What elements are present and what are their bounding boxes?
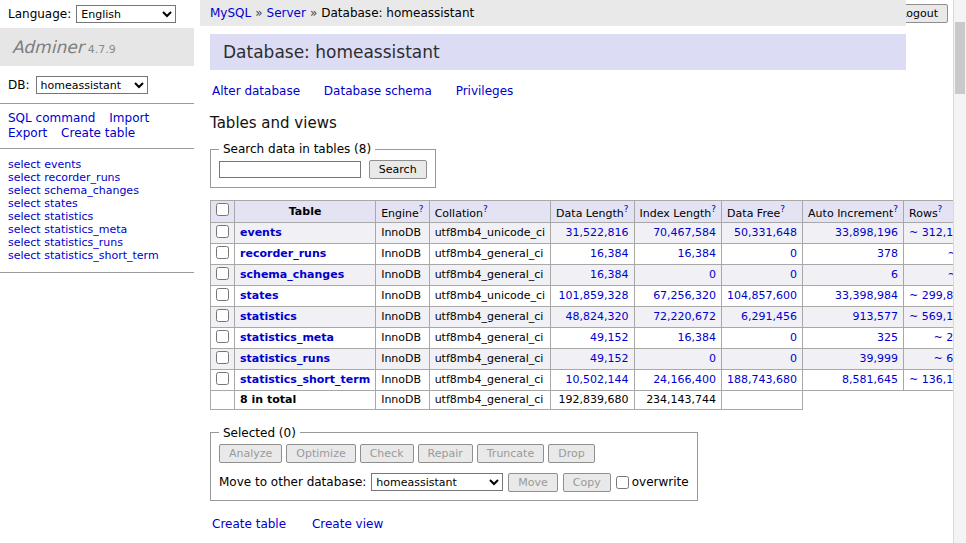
row-checkbox-cell	[211, 348, 235, 369]
drop-button[interactable]: Drop	[548, 444, 594, 463]
column-help-link[interactable]: ?	[780, 204, 785, 214]
repair-button[interactable]: Repair	[418, 444, 473, 463]
table-name-link[interactable]: statistics	[240, 310, 297, 323]
search-fieldset: Search data in tables (8) Search	[210, 142, 436, 188]
engine-cell: InnoDB	[376, 327, 429, 348]
breadcrumb-current: Database: homeassistant	[321, 6, 474, 20]
sidebar-item-select-states[interactable]: select states	[8, 197, 186, 210]
privileges-link[interactable]: Privileges	[456, 84, 514, 98]
collation-cell: utf8mb4_general_ci	[429, 243, 550, 264]
table-name-cell: statistics_short_term	[235, 369, 376, 390]
column-help-link[interactable]: ?	[711, 204, 716, 214]
create-view-link[interactable]: Create view	[312, 517, 383, 531]
auto-increment-cell: 6	[803, 264, 904, 285]
sidebar-item-select-statistics-meta[interactable]: select statistics_meta	[8, 223, 186, 236]
table-header-row: Table Engine? Collation? Data Length? In…	[211, 201, 966, 223]
move-button[interactable]: Move	[508, 473, 558, 492]
collation-cell: utf8mb4_general_ci	[429, 327, 550, 348]
row-checkbox-cell	[211, 306, 235, 327]
breadcrumb-mysql-link[interactable]: MySQL	[210, 6, 251, 20]
move-database-select[interactable]: homeassistant	[371, 473, 503, 491]
row-checkbox[interactable]	[216, 351, 229, 364]
table-name-link[interactable]: statistics_meta	[240, 331, 334, 344]
create-links: Create table Create view	[212, 517, 904, 531]
column-help-link[interactable]: ?	[938, 204, 943, 214]
analyze-button[interactable]: Analyze	[219, 444, 282, 463]
language-label: Language:	[8, 7, 71, 21]
sidebar-item-select-statistics-short-term[interactable]: select statistics_short_term	[8, 249, 186, 262]
row-checkbox[interactable]	[216, 225, 229, 238]
sidebar-link-export[interactable]: Export	[8, 126, 47, 140]
optimize-button[interactable]: Optimize	[286, 444, 355, 463]
truncate-button[interactable]: Truncate	[477, 444, 544, 463]
column-help-link[interactable]: ?	[624, 204, 629, 214]
table-name-cell: statistics	[235, 306, 376, 327]
total-label-cell: 8 in total	[235, 390, 376, 409]
overwrite-checkbox[interactable]	[616, 476, 629, 489]
sidebar-actions: SQL command Import Export Create table	[0, 104, 194, 148]
sidebar-item-select-events[interactable]: select events	[8, 158, 186, 171]
sidebar-item-select-recorder-runs[interactable]: select recorder_runs	[8, 171, 186, 184]
total-collation-cell: utf8mb4_general_ci	[429, 390, 550, 409]
data-free-cell: 0	[722, 348, 803, 369]
row-checkbox[interactable]	[216, 288, 229, 301]
column-help-link[interactable]: ?	[419, 204, 424, 214]
sidebar-link-sql-command[interactable]: SQL command	[8, 111, 95, 125]
overwrite-option: overwrite	[616, 475, 689, 489]
app-version: 4.7.9	[88, 43, 116, 56]
index-length-cell: 67,256,320	[634, 285, 722, 306]
table-name-cell: events	[235, 222, 376, 243]
language-select[interactable]: English	[76, 5, 176, 23]
move-database-label: Move to other database:	[219, 475, 366, 489]
auto-increment-cell: 33,898,196	[803, 222, 904, 243]
search-legend: Search data in tables (8)	[219, 142, 375, 156]
row-checkbox[interactable]	[216, 372, 229, 385]
table-name-link[interactable]: statistics_runs	[240, 352, 330, 365]
sidebar-item-select-statistics-runs[interactable]: select statistics_runs	[8, 236, 186, 249]
sidebar-link-import[interactable]: Import	[109, 111, 149, 125]
data-length-cell: 49,152	[551, 327, 634, 348]
app-name: Adminer	[12, 37, 84, 57]
scrollbar-thumb[interactable]	[955, 22, 965, 94]
row-checkbox[interactable]	[216, 246, 229, 259]
sidebar-item-select-statistics[interactable]: select statistics	[8, 210, 186, 223]
main-content: MySQL»Server»Database: homeassistant Dat…	[200, 0, 906, 543]
auto-increment-cell: 33,398,984	[803, 285, 904, 306]
collation-cell: utf8mb4_general_ci	[429, 306, 550, 327]
language-bar: Language: English	[8, 5, 176, 23]
table-name-link[interactable]: recorder_runs	[240, 247, 326, 260]
table-name-link[interactable]: states	[240, 289, 279, 302]
table-row: statistics InnoDB utf8mb4_general_ci 48,…	[211, 306, 966, 327]
row-checkbox[interactable]	[216, 330, 229, 343]
sidebar: Adminer4.7.9 DB: homeassistant SQL comma…	[0, 28, 194, 543]
table-name-link[interactable]: schema_changes	[240, 268, 344, 281]
column-help-link[interactable]: ?	[893, 204, 898, 214]
table-row: states InnoDB utf8mb4_unicode_ci 101,859…	[211, 285, 966, 306]
select-all-checkbox[interactable]	[216, 203, 229, 216]
copy-button[interactable]: Copy	[563, 473, 611, 492]
table-name-cell: statistics_meta	[235, 327, 376, 348]
selected-fieldset: Selected (0) Analyze Optimize Check Repa…	[210, 426, 698, 501]
total-index-length-cell: 234,143,744	[634, 390, 722, 409]
row-checkbox[interactable]	[216, 309, 229, 322]
db-select[interactable]: homeassistant	[36, 76, 148, 94]
alter-database-link[interactable]: Alter database	[212, 84, 300, 98]
create-table-link[interactable]: Create table	[212, 517, 286, 531]
vertical-scrollbar[interactable]	[953, 0, 966, 543]
row-checkbox[interactable]	[216, 267, 229, 280]
app-title: Adminer4.7.9	[0, 28, 194, 66]
sidebar-item-select-schema-changes[interactable]: select schema_changes	[8, 184, 186, 197]
database-schema-link[interactable]: Database schema	[324, 84, 432, 98]
check-button[interactable]: Check	[360, 444, 414, 463]
table-name-link[interactable]: statistics_short_term	[240, 373, 370, 386]
sidebar-link-create-table[interactable]: Create table	[61, 126, 135, 140]
row-checkbox-cell	[211, 285, 235, 306]
search-input[interactable]	[219, 161, 361, 178]
engine-cell: InnoDB	[376, 264, 429, 285]
table-name-link[interactable]: events	[240, 226, 282, 239]
col-header-index-length: Index Length?	[634, 201, 722, 223]
search-button[interactable]: Search	[369, 160, 427, 179]
breadcrumb-separator: »	[310, 6, 317, 20]
column-help-link[interactable]: ?	[483, 204, 488, 214]
breadcrumb-server-link[interactable]: Server	[267, 6, 306, 20]
